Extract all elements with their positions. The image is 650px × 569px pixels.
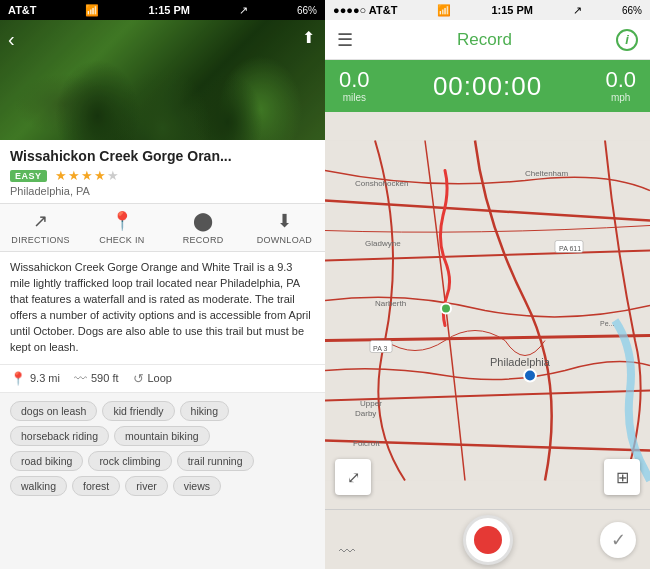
map-svg: Conshohocken Cheltenham Gladwyne Narbert… — [325, 112, 650, 509]
elevation-icon: 〰 — [74, 371, 87, 386]
miles-value: 0.0 — [339, 69, 370, 91]
hamburger-icon[interactable]: ☰ — [337, 29, 353, 51]
map-layers-button[interactable]: ⊞ — [604, 459, 640, 495]
tag-rock-climbing[interactable]: rock climbing — [88, 451, 171, 471]
download-button[interactable]: ⬇ DOWNLOAD — [244, 210, 325, 245]
tag-dogs-on-leash[interactable]: dogs on leash — [10, 401, 97, 421]
distance-value: 9.3 mi — [30, 372, 60, 384]
right-panel: ●●●●○ AT&T 📶 1:15 PM ↗ 66% ☰ Record i 0.… — [325, 0, 650, 569]
tag-horseback-riding[interactable]: horseback riding — [10, 426, 109, 446]
carrier-left: AT&T — [8, 4, 37, 16]
action-bar: ↗ DIRECTIONS 📍 CHECK IN ⬤ RECORD ⬇ DOWNL… — [0, 204, 325, 252]
checkin-button[interactable]: 📍 CHECK IN — [81, 210, 162, 245]
record-label: RECORD — [183, 235, 224, 245]
tags-row-4: walking forest river views — [10, 476, 315, 496]
record-stats-bar: 0.0 miles 00:00:00 0.0 mph — [325, 60, 650, 112]
svg-text:Pe...: Pe... — [600, 320, 614, 327]
svg-text:Gladwyne: Gladwyne — [365, 239, 401, 248]
back-button[interactable]: ‹ — [8, 28, 15, 51]
directions-icon: ↗ — [33, 210, 48, 232]
svg-text:PA 611: PA 611 — [559, 245, 581, 252]
tag-road-biking[interactable]: road biking — [10, 451, 83, 471]
info-button[interactable]: i — [616, 29, 638, 51]
hero-overlay — [0, 20, 325, 140]
trail-description: Wissahickon Creek Gorge Orange and White… — [0, 252, 325, 365]
type-icon: ↺ — [133, 371, 144, 386]
download-label: DOWNLOAD — [257, 235, 312, 245]
record-header: ☰ Record i — [325, 20, 650, 60]
elevation-value: 590 ft — [91, 372, 119, 384]
svg-text:Darby: Darby — [355, 409, 376, 418]
tag-kid-friendly[interactable]: kid friendly — [102, 401, 174, 421]
tag-river[interactable]: river — [125, 476, 167, 496]
stats-row: 📍 9.3 mi 〰 590 ft ↺ Loop — [0, 365, 325, 393]
tags-row-1: dogs on leash kid friendly hiking — [10, 401, 315, 421]
svg-point-15 — [441, 304, 451, 314]
trail-meta: EASY ★★★★★ — [10, 168, 315, 183]
svg-text:Upper: Upper — [360, 399, 382, 408]
wifi-left: 📶 — [85, 4, 99, 17]
checkin-icon: 📍 — [111, 210, 133, 232]
time-right: 1:15 PM — [491, 4, 533, 16]
battery-right: 66% — [622, 5, 642, 16]
status-bar-right: ●●●●○ AT&T 📶 1:15 PM ↗ 66% — [325, 0, 650, 20]
left-panel: AT&T 📶 1:15 PM ↗ 66% ‹ ⬆ Wissahickon Cre… — [0, 0, 325, 569]
directions-button[interactable]: ↗ DIRECTIONS — [0, 210, 81, 245]
star-rating: ★★★★★ — [55, 168, 120, 183]
waveform-button[interactable]: 〰 — [339, 543, 355, 561]
record-dot — [474, 526, 502, 554]
trail-info-box: Wissahickon Creek Gorge Oran... EASY ★★★… — [0, 140, 325, 204]
type-stat: ↺ Loop — [133, 371, 172, 386]
tag-walking[interactable]: walking — [10, 476, 67, 496]
mph-value: 0.0 — [605, 69, 636, 91]
record-title: Record — [457, 30, 512, 50]
tag-trail-running[interactable]: trail running — [177, 451, 254, 471]
record-icon: ⬤ — [193, 210, 213, 232]
checkin-label: CHECK IN — [99, 235, 144, 245]
svg-point-16 — [524, 370, 536, 382]
carrier-right: ●●●●○ AT&T — [333, 4, 397, 16]
directions-label: DIRECTIONS — [11, 235, 70, 245]
distance-icon: 📍 — [10, 371, 26, 386]
mph-stat: 0.0 mph — [605, 69, 636, 103]
info-icon-label: i — [625, 32, 629, 47]
layers-icon: ⊞ — [616, 468, 629, 487]
record-bottom-bar: 〰 ✓ — [325, 509, 650, 569]
tags-row-2: horseback riding mountain biking — [10, 426, 315, 446]
svg-text:Folcroft: Folcroft — [353, 439, 380, 448]
battery-left: 66% — [297, 5, 317, 16]
tag-forest[interactable]: forest — [72, 476, 120, 496]
expand-icon: ⤢ — [347, 468, 360, 487]
start-record-button[interactable] — [463, 515, 513, 565]
compass-icon: ✓ — [611, 529, 626, 551]
svg-text:Conshohocken: Conshohocken — [355, 179, 408, 188]
map-expand-button[interactable]: ⤢ — [335, 459, 371, 495]
tag-mountain-biking[interactable]: mountain biking — [114, 426, 210, 446]
trail-name: Wissahickon Creek Gorge Oran... — [10, 148, 315, 164]
compass-button[interactable]: ✓ — [600, 522, 636, 558]
svg-text:Narberth: Narberth — [375, 299, 406, 308]
type-value: Loop — [148, 372, 172, 384]
record-button-left[interactable]: ⬤ RECORD — [163, 210, 244, 245]
tags-row-3: road biking rock climbing trail running — [10, 451, 315, 471]
share-button[interactable]: ⬆ — [302, 28, 315, 47]
difficulty-badge: EASY — [10, 170, 47, 182]
wifi-right: 📶 — [437, 4, 451, 17]
miles-stat: 0.0 miles — [339, 69, 370, 103]
arrow-right: ↗ — [573, 4, 582, 17]
svg-text:PA 3: PA 3 — [373, 345, 387, 352]
map-container[interactable]: Conshohocken Cheltenham Gladwyne Narbert… — [325, 112, 650, 509]
tags-section: dogs on leash kid friendly hiking horseb… — [0, 393, 325, 569]
time-left: 1:15 PM — [148, 4, 190, 16]
svg-text:Cheltenham: Cheltenham — [525, 169, 568, 178]
trail-location: Philadelphia, PA — [10, 185, 315, 197]
tag-views[interactable]: views — [173, 476, 221, 496]
svg-text:Philadelphia: Philadelphia — [490, 356, 551, 368]
mph-unit: mph — [611, 92, 630, 103]
elevation-stat: 〰 590 ft — [74, 371, 119, 386]
half-star: ★ — [107, 168, 120, 183]
tag-hiking[interactable]: hiking — [180, 401, 229, 421]
status-bar-left: AT&T 📶 1:15 PM ↗ 66% — [0, 0, 325, 20]
arrow-left: ↗ — [239, 4, 248, 17]
hero-image: ‹ ⬆ — [0, 20, 325, 140]
